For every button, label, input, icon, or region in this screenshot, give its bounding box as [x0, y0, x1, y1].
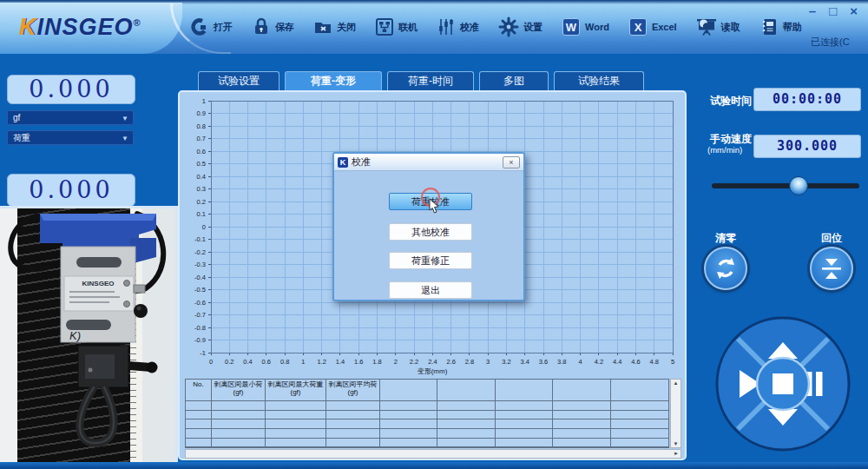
speed-slider[interactable] [712, 183, 859, 188]
table-cell [611, 419, 668, 429]
zero-label: 清零 [715, 231, 736, 246]
table-header-row: No. 剥离区间最小荷(gf) 剥离区间最大荷重(gf) 剥离区间平均荷(gf) [186, 380, 668, 401]
svg-text:0: 0 [209, 358, 213, 366]
online-button[interactable]: 联机 [374, 17, 418, 37]
table-cell [611, 429, 668, 439]
registered-mark: ® [134, 17, 141, 28]
load-value-display: 0.000 [7, 75, 135, 104]
svg-text:-0.2: -0.2 [194, 248, 206, 256]
table-cell [326, 439, 380, 448]
x-axis-label: 变形(mm) [180, 367, 685, 376]
svg-text:4.4: 4.4 [613, 358, 621, 366]
table-cell [212, 401, 266, 411]
brand-logo: KINSGEO® [19, 14, 141, 41]
chevron-down-icon: ▼ [122, 132, 128, 145]
table-cell [496, 401, 553, 411]
table-cell [186, 419, 212, 429]
table-horizontal-scrollbar[interactable]: ► [185, 449, 681, 459]
read-button[interactable]: 读取 [695, 17, 740, 37]
svg-text:-0.4: -0.4 [194, 274, 206, 281]
col-peel-avg: 剥离区间平均荷(gf) [326, 380, 380, 401]
tab-test-results[interactable]: 试验结果 [554, 71, 644, 90]
tab-load-time[interactable]: 荷重-时间 [387, 71, 474, 90]
maximize-button[interactable]: □ [829, 4, 837, 17]
table-vertical-scrollbar[interactable]: ▲ ▼ [670, 379, 681, 448]
stop-button[interactable] [773, 373, 793, 394]
col-empty [496, 380, 553, 401]
svg-text:2.4: 2.4 [428, 358, 437, 366]
table-body [186, 401, 668, 447]
unit-dropdown[interactable]: gf ▼ [7, 110, 134, 125]
open-label: 打开 [214, 21, 233, 34]
settings-button[interactable]: 设置 [497, 16, 542, 38]
table-cell [380, 429, 437, 439]
svg-text:-0.8: -0.8 [194, 324, 206, 332]
svg-text:0.8: 0.8 [197, 122, 206, 130]
calibrate-label: 校准 [460, 21, 479, 34]
svg-text:0.3: 0.3 [197, 185, 206, 193]
dialog-app-icon: K [338, 157, 348, 168]
speed-slider-knob[interactable] [789, 176, 808, 195]
svg-text:-0.6: -0.6 [194, 299, 206, 307]
home-return-button[interactable] [810, 247, 853, 290]
scroll-right-icon[interactable]: ► [674, 451, 679, 456]
scroll-down-icon[interactable]: ▼ [671, 441, 681, 446]
exit-button[interactable]: 退出 [389, 281, 472, 299]
svg-text:0.2: 0.2 [225, 358, 233, 366]
table-cell [212, 411, 266, 420]
table-cell [266, 439, 326, 448]
table-row [186, 401, 668, 411]
save-button[interactable]: 保存 [251, 17, 294, 37]
zero-button[interactable] [704, 247, 747, 290]
word-export-button[interactable]: W Word [561, 17, 609, 37]
read-label: 读取 [721, 21, 740, 34]
close-file-button[interactable]: 关闭 [312, 17, 356, 37]
machine-photo: KINSGEO K) [0, 206, 178, 463]
test-time-display: 00:00:00 [753, 88, 861, 111]
table-cell [266, 419, 326, 429]
calibrate-button[interactable]: 校准 [436, 17, 479, 37]
table-cell [212, 439, 266, 448]
channel-dropdown[interactable]: 荷重 ▼ [7, 130, 134, 145]
table-cell [437, 429, 495, 439]
excel-export-button[interactable]: X Excel [628, 17, 677, 37]
refresh-icon [713, 255, 739, 281]
scroll-up-icon[interactable]: ▲ [671, 380, 681, 386]
table-cell [186, 401, 212, 411]
tab-test-settings[interactable]: 试验设置 [198, 71, 279, 90]
home-label: 回位 [821, 231, 842, 246]
tab-multi-chart[interactable]: 多图 [479, 71, 549, 90]
book-icon [759, 17, 779, 37]
excel-icon: X [628, 17, 648, 37]
table-cell [326, 411, 380, 420]
help-button[interactable]: 帮助 [759, 17, 802, 37]
table-cell [212, 419, 266, 429]
svg-text:3.4: 3.4 [521, 358, 529, 366]
jog-control-pad[interactable] [713, 314, 852, 453]
table-cell [437, 411, 495, 420]
other-calibration-button[interactable]: 其他校准 [389, 223, 472, 241]
dialog-close-button[interactable]: × [503, 156, 520, 168]
dialog-titlebar[interactable]: K 校准 [334, 154, 523, 171]
manual-speed-unit: (mm/min) [707, 145, 742, 155]
table-cell [186, 411, 212, 420]
table-cell [326, 401, 380, 411]
load-correction-button[interactable]: 荷重修正 [389, 252, 472, 269]
col-no: No. [186, 380, 212, 401]
svg-text:KINSGEO: KINSGEO [82, 280, 115, 287]
table-cell [611, 401, 668, 411]
svg-text:0: 0 [202, 223, 206, 231]
open-button[interactable]: 打开 [189, 17, 233, 37]
close-window-button[interactable]: × [850, 4, 858, 17]
svg-text:K): K) [69, 329, 81, 342]
lock-save-icon [251, 17, 272, 37]
minimize-button[interactable]: – [809, 4, 816, 17]
tab-load-deformation[interactable]: 荷重-变形 [285, 71, 382, 90]
col-peel-min: 剥离区间最小荷(gf) [212, 380, 266, 401]
svg-text:2.8: 2.8 [465, 358, 474, 366]
results-table: No. 剥离区间最小荷(gf) 剥离区间最大荷重(gf) 剥离区间平均荷(gf) [185, 379, 669, 448]
table-cell [611, 439, 668, 448]
table-cell [496, 419, 553, 429]
table-row [186, 411, 668, 420]
svg-text:-0.1: -0.1 [194, 235, 206, 243]
